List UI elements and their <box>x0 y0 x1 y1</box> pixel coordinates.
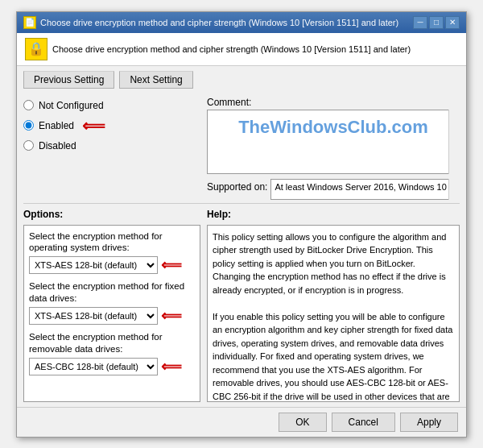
window-title: Choose drive encryption method and ciphe… <box>40 18 398 27</box>
dropdown-group-removable: Select the encryption method for removab… <box>29 331 195 375</box>
dropdown-fixed-row: XTS-AES 128-bit (default) ⟸ <box>29 307 195 325</box>
options-right: Help: This policy setting allows you to … <box>207 209 460 402</box>
minimize-button[interactable]: ─ <box>413 16 427 29</box>
previous-setting-button[interactable]: Previous Setting <box>23 71 114 89</box>
main-content: Not Configured Enabled ⟸ Disabled Commen… <box>17 93 466 203</box>
bottom-bar: OK Cancel Apply <box>17 407 466 437</box>
supported-box-wrapper: At least Windows Server 2016, Windows 10 <box>270 179 460 200</box>
supported-row: Supported on: At least Windows Server 20… <box>207 179 460 200</box>
main-window: 📄 Choose drive encryption method and cip… <box>16 11 467 438</box>
window-icon: 📄 <box>23 16 36 29</box>
help-box: This policy setting allows you to config… <box>207 225 460 402</box>
help-text: This policy setting allows you to config… <box>213 232 455 402</box>
watermark-text: TheWindowsClub.com <box>208 117 459 138</box>
title-controls: ─ □ ✕ <box>413 16 460 29</box>
dropdown-group-os: Select the encryption method for operati… <box>29 230 195 275</box>
dropdown-removable-label: Select the encryption method for removab… <box>29 331 195 355</box>
left-panel: Not Configured Enabled ⟸ Disabled <box>23 97 200 200</box>
radio-disabled[interactable]: Disabled <box>23 140 200 151</box>
radio-enabled-label: Enabled <box>39 120 74 131</box>
options-title: Options: <box>23 209 200 220</box>
dropdown-removable-arrow-icon: ⟸ <box>161 358 182 375</box>
help-title: Help: <box>207 209 460 220</box>
header-banner: 🔒 Choose drive encryption method and cip… <box>17 33 466 66</box>
dropdown-fixed-label: Select the encryption method for fixed d… <box>29 280 195 305</box>
apply-button[interactable]: Apply <box>400 413 458 432</box>
dropdown-fixed-arrow-icon: ⟸ <box>161 307 182 325</box>
options-box: Select the encryption method for operati… <box>23 225 200 402</box>
title-bar-left: 📄 Choose drive encryption method and cip… <box>23 16 398 29</box>
title-bar: 📄 Choose drive encryption method and cip… <box>17 12 466 33</box>
supported-scrollbar[interactable] <box>448 179 460 200</box>
right-panel: Comment: TheWindowsClub.com Supported on… <box>207 97 460 200</box>
comment-box-wrapper: TheWindowsClub.com <box>207 110 460 174</box>
supported-box: At least Windows Server 2016, Windows 10 <box>270 179 460 200</box>
dropdown-fixed-select[interactable]: XTS-AES 128-bit (default) <box>29 307 158 325</box>
radio-disabled-input[interactable] <box>23 140 34 151</box>
header-icon: 🔒 <box>25 38 47 60</box>
radio-enabled[interactable]: Enabled ⟸ <box>23 116 200 135</box>
comment-box[interactable]: TheWindowsClub.com <box>207 110 460 174</box>
dropdown-removable-row: AES-CBC 128-bit (default) ⟸ <box>29 358 195 375</box>
comment-area: Comment: TheWindowsClub.com <box>207 97 460 174</box>
radio-disabled-label: Disabled <box>39 140 76 151</box>
ok-button[interactable]: OK <box>279 413 326 432</box>
cancel-button[interactable]: Cancel <box>332 413 395 432</box>
nav-bar: Previous Setting Next Setting <box>17 66 466 93</box>
radio-enabled-input[interactable] <box>23 120 34 131</box>
dropdown-os-arrow-icon: ⟸ <box>161 256 182 274</box>
supported-label: Supported on: <box>207 179 267 193</box>
enabled-arrow-icon: ⟸ <box>82 116 105 135</box>
supported-value: At least Windows Server 2016, Windows 10 <box>275 182 446 192</box>
radio-not-configured[interactable]: Not Configured <box>23 100 200 111</box>
dropdown-os-row: XTS-AES 128-bit (default) ⟸ <box>29 256 195 274</box>
dropdown-os-label: Select the encryption method for operati… <box>29 230 195 255</box>
next-setting-button[interactable]: Next Setting <box>119 71 192 89</box>
radio-not-configured-label: Not Configured <box>39 100 104 111</box>
dropdown-group-fixed: Select the encryption method for fixed d… <box>29 280 195 325</box>
dropdown-os-select[interactable]: XTS-AES 128-bit (default) <box>29 256 158 274</box>
radio-group: Not Configured Enabled ⟸ Disabled <box>23 97 200 155</box>
comment-label: Comment: <box>207 97 460 108</box>
radio-not-configured-input[interactable] <box>23 100 34 110</box>
close-button[interactable]: ✕ <box>445 16 460 29</box>
header-text: Choose drive encryption method and ciphe… <box>52 44 411 54</box>
options-left: Options: Select the encryption method fo… <box>23 209 200 402</box>
options-section: Options: Select the encryption method fo… <box>17 204 466 407</box>
comment-scrollbar[interactable] <box>448 110 460 174</box>
maximize-button[interactable]: □ <box>429 16 444 29</box>
dropdown-removable-select[interactable]: AES-CBC 128-bit (default) <box>29 358 158 375</box>
